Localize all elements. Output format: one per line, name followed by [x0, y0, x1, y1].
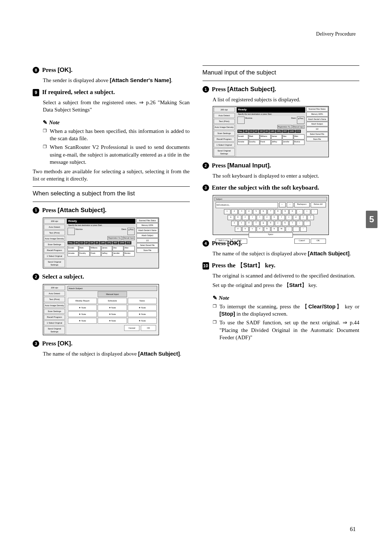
ss-btn[interactable]: Text (Print): [44, 297, 65, 302]
ss-subj-item[interactable]: ★ Note: [128, 318, 157, 324]
ss-btn[interactable]: 200 dpi: [214, 107, 235, 112]
kb-key[interactable]: y: [264, 215, 270, 220]
ss-tab[interactable]: LMN: [269, 130, 275, 133]
ss-name[interactable]: Allen: [124, 246, 135, 251]
ss-btn[interactable]: Scan Settings: [44, 242, 65, 247]
kb-right-icon[interactable]: →: [287, 202, 293, 207]
ss-btn[interactable]: Select Stored File: [306, 132, 328, 137]
kb-key[interactable]: a: [231, 221, 238, 226]
ss-subj-item[interactable]: ★ Note: [98, 305, 127, 311]
ss-name[interactable]: Williams: [260, 134, 271, 139]
ss-btn[interactable]: Scanned Files Status: [306, 107, 328, 112]
ss-name[interactable]: Mark: [249, 134, 260, 139]
kb-key[interactable]: b: [264, 227, 270, 232]
ss-btn[interactable]: 200 dpi: [44, 219, 65, 224]
ss-btn[interactable]: Attach Subject: [136, 233, 158, 238]
kb-key[interactable]: k: [282, 221, 289, 226]
kb-key[interactable]: x: [242, 227, 249, 232]
ss-name[interactable]: Williams: [90, 246, 101, 251]
ss-name[interactable]: Frank: [90, 251, 101, 256]
kb-key[interactable]: s: [238, 221, 245, 226]
ss-name[interactable]: Monica: [294, 140, 305, 145]
ss-name[interactable]: Allen: [294, 134, 305, 139]
ss-subj-item[interactable]: News: [128, 298, 157, 304]
ss-tab[interactable]: OPQ: [106, 241, 112, 244]
kb-key[interactable]: -: [297, 209, 303, 214]
ss-name[interactable]: Annette: [237, 140, 248, 145]
ss-tab[interactable]: IJK: [94, 241, 99, 244]
ss-name[interactable]: Donald: [237, 134, 248, 139]
ss-btn[interactable]: Attach Sender's Name: [136, 228, 158, 233]
ss-tab[interactable]: CD: [79, 241, 84, 244]
kb-input[interactable]: Information_: [216, 202, 278, 208]
ss-tab[interactable]: EF: [254, 130, 258, 133]
ss-tab[interactable]: XYZ: [126, 241, 131, 244]
ss-tab[interactable]: GH: [259, 130, 264, 133]
ss-tab[interactable]: AB: [74, 241, 79, 244]
ss-btn[interactable]: Send Original Settings: [214, 148, 235, 156]
kb-left-icon[interactable]: ←: [279, 202, 286, 207]
ss-subj-item[interactable]: Weekly Report: [68, 298, 97, 304]
kb-key[interactable]: 6: [260, 209, 267, 214]
ss-btn[interactable]: Send Original Settings: [44, 326, 65, 334]
kb-key[interactable]: z: [235, 227, 241, 232]
ss-name[interactable]: Jennifer: [113, 251, 123, 256]
kb-key[interactable]: i: [278, 215, 285, 220]
ss-name[interactable]: Jennifer: [282, 140, 293, 145]
ss-reg-no[interactable]: Registration No.: [277, 125, 292, 129]
ss-subj-item[interactable]: Schedule: [98, 298, 127, 304]
ss-tab[interactable]: LMN: [100, 241, 106, 244]
kb-key[interactable]: g: [260, 221, 267, 226]
kb-key[interactable]: w: [235, 215, 241, 220]
kb-key[interactable]: \: [311, 209, 318, 214]
ss-name[interactable]: James: [101, 246, 112, 251]
kb-key[interactable]: 7: [268, 209, 274, 214]
kb-key[interactable]: h: [268, 221, 274, 226]
ss-btn[interactable]: Auto Detect: [44, 291, 65, 296]
ss-name[interactable]: James: [271, 134, 282, 139]
ss-name[interactable]: Alex: [282, 134, 293, 139]
kb-key[interactable]: .: [293, 227, 299, 232]
ss-btn[interactable]: Scan Settings: [44, 309, 65, 314]
ss-tab[interactable]: OPQ: [276, 130, 282, 133]
ss-manual-input[interactable]: Manual Input: [293, 125, 305, 129]
ss-btn[interactable]: Auto Image Density: [44, 236, 65, 241]
ss-tab[interactable]: EF: [85, 241, 89, 244]
ss-subj-item[interactable]: ★ Note: [128, 311, 157, 317]
kb-ok[interactable]: OK: [311, 239, 326, 244]
ss-btn[interactable]: Text (Print): [44, 230, 65, 235]
ss-name[interactable]: Mark: [79, 246, 90, 251]
ss-name[interactable]: Alex: [113, 246, 123, 251]
ss-subj-item[interactable]: ★ Note: [128, 305, 157, 311]
kb-key[interactable]: o: [286, 215, 292, 220]
kb-space[interactable]: Space: [249, 232, 293, 238]
kb-backspace[interactable]: Backspace: [294, 202, 310, 207]
kb-key[interactable]: v: [257, 227, 263, 232]
ss-name[interactable]: Jeffrey: [101, 251, 112, 256]
kb-key[interactable]: 0: [289, 209, 296, 214]
kb-key[interactable]: d: [246, 221, 252, 226]
kb-delete-all[interactable]: Delete All: [311, 202, 326, 207]
kb-key[interactable]: =: [304, 209, 310, 214]
kb-key[interactable]: u: [271, 215, 278, 220]
ss-cancel[interactable]: Cancel: [124, 325, 139, 331]
ss-name[interactable]: Jeffrey: [271, 140, 282, 145]
ss-btn[interactable]: Store File: [306, 137, 328, 142]
ss-subj-item[interactable]: ★ Note: [68, 318, 97, 324]
kb-key[interactable]: 1: [224, 209, 230, 214]
ss-tab[interactable]: GH: [89, 241, 94, 244]
ss-btn[interactable]: Attach Sender's Name: [306, 117, 328, 122]
ss-btn[interactable]: Text (Print): [214, 119, 235, 124]
ss-btn[interactable]: Auto Image Density: [214, 125, 235, 130]
ss-manual-input-btn[interactable]: Manual Input: [98, 291, 127, 297]
ss-btn[interactable]: Auto Detect: [214, 113, 235, 118]
ss-subj-item[interactable]: ★ Note: [68, 305, 97, 311]
ss-tab[interactable]: Freq.: [237, 130, 244, 133]
ss-ok[interactable]: OK: [141, 325, 156, 331]
ss-tab[interactable]: Freq.: [68, 241, 74, 244]
ss-subj-item[interactable]: ★ Note: [98, 311, 127, 317]
kb-key[interactable]: [: [300, 215, 307, 220]
ss-name[interactable]: Dorothy: [79, 251, 90, 256]
ss-tab[interactable]: XYZ: [295, 130, 301, 133]
kb-key[interactable]: f: [253, 221, 260, 226]
